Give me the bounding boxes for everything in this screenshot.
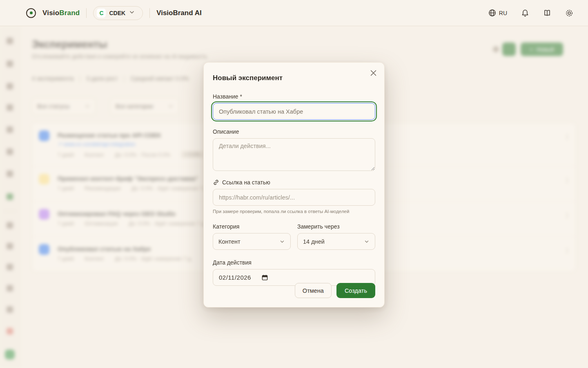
modal-title: Новый эксперимент xyxy=(213,74,375,82)
category-label: Категория xyxy=(213,223,291,230)
link-label: Ссылка на статью xyxy=(222,179,270,186)
divider xyxy=(149,8,150,18)
language-label: RU xyxy=(499,10,507,16)
article-url-input[interactable] xyxy=(213,189,375,206)
chevron-down-icon xyxy=(129,9,137,17)
category-select[interactable]: Контент xyxy=(213,233,291,250)
org-name: CDEK xyxy=(109,10,125,16)
docs-book-icon[interactable] xyxy=(543,9,551,17)
create-button[interactable]: Создать xyxy=(336,283,375,298)
description-textarea[interactable] xyxy=(213,138,375,171)
measure-after-label: Замерить через xyxy=(297,223,375,230)
close-icon[interactable] xyxy=(369,68,378,77)
name-label: Название * xyxy=(213,93,375,100)
new-experiment-modal: Новый эксперимент Название * Описание Сс… xyxy=(203,62,385,307)
divider xyxy=(86,8,87,18)
org-switcher[interactable]: C CDEK xyxy=(93,6,143,20)
visiobrand-logo-icon xyxy=(26,8,36,18)
settings-gear-icon[interactable] xyxy=(565,9,573,17)
top-header: VisioBrand C CDEK VisioBrand AI RU xyxy=(0,0,588,26)
brand-part1: Visio xyxy=(42,9,59,17)
calendar-icon[interactable] xyxy=(262,274,268,280)
chevron-down-icon xyxy=(279,239,285,245)
measure-after-select[interactable]: 14 дней xyxy=(297,233,375,250)
link-hint: При замере проверим, попала ли ссылка в … xyxy=(213,209,375,214)
link-icon xyxy=(213,179,219,186)
name-input[interactable] xyxy=(213,103,375,120)
language-switcher[interactable]: RU xyxy=(488,9,507,17)
app-title: VisioBrand AI xyxy=(156,9,202,17)
brand-part2: Brand xyxy=(59,9,80,17)
action-date-label: Дата действия xyxy=(213,259,375,266)
description-label: Описание xyxy=(213,128,375,135)
globe-icon xyxy=(488,9,497,17)
brand-name: VisioBrand xyxy=(42,9,80,17)
cdek-logo-icon: C xyxy=(97,9,106,18)
cancel-button[interactable]: Отмена xyxy=(295,283,332,298)
bell-icon[interactable] xyxy=(521,9,529,17)
chevron-down-icon xyxy=(364,239,370,245)
